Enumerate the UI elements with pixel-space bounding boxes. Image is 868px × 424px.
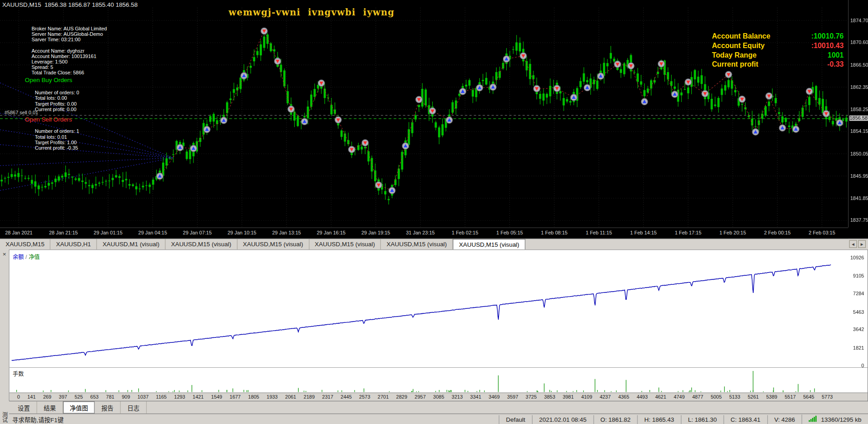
time-axis-label: 1 Feb 08:15: [541, 230, 568, 236]
trade-number-label: 1037: [138, 394, 148, 401]
account-info-line: Leverage: 1:500: [32, 59, 97, 64]
time-axis-label: 29 Jan 01:15: [94, 230, 122, 236]
legend-separator: /: [24, 254, 29, 260]
tester-tab[interactable]: 日志: [121, 401, 147, 414]
trade-number-label: 3853: [544, 394, 555, 401]
account-summary-row: Today Range1001: [712, 50, 843, 60]
trade-number-label: 3341: [470, 394, 481, 401]
price-axis-label: 1845.95: [850, 173, 868, 179]
account-info-block: Account Name: dyghszrAccount Number: 100…: [32, 48, 97, 76]
trade-number-label: 3085: [433, 394, 444, 401]
tester-tab-bar: 设置结果净值图报告日志: [9, 401, 868, 414]
account-summary-row: Account Balance:10010.76: [712, 31, 843, 41]
open-sell-orders-title: Open Sell Orders: [25, 116, 72, 123]
time-axis-label: 2 Feb 00:15: [764, 230, 791, 236]
trade-number-label: 3725: [526, 394, 537, 401]
trade-number-label: 1677: [230, 394, 241, 401]
tester-side-strip: × 测试: [0, 249, 9, 424]
chart-tab[interactable]: XAUUSD,M15 (visual): [166, 239, 237, 249]
time-axis-label: 31 Jan 23:15: [406, 230, 434, 236]
status-segment: O: 1861.82: [593, 415, 637, 424]
chart-tabs: XAUUSD,M15XAUUSD,H1XAUUSD,M1 (visual)XAU…: [0, 239, 525, 249]
trade-number-label: 2189: [304, 394, 315, 401]
trade-number-label: 5517: [784, 394, 795, 401]
open-buy-orders-block: Number of orders: 0Total lots: 0.00Targe…: [35, 90, 79, 112]
status-segment: 2021.02.01 08:45: [532, 415, 593, 424]
tester-tab[interactable]: 报告: [95, 401, 121, 414]
trade-number-label: 5133: [729, 394, 740, 401]
time-axis-label: 1 Feb 14:15: [630, 230, 657, 236]
trade-number-label: 4621: [655, 394, 666, 401]
close-icon[interactable]: ×: [3, 251, 6, 258]
price-axis-label: 1862.35: [850, 84, 868, 90]
status-segments: Default2021.02.01 08:45O: 1861.82H: 1865…: [499, 415, 802, 424]
trade-number-label: 4109: [581, 394, 592, 401]
status-segment: V: 4286: [767, 415, 802, 424]
balance-curve: [12, 265, 831, 361]
chart-tab[interactable]: XAUUSD,M15 (visual): [381, 239, 453, 249]
trade-number-label: 4365: [618, 394, 629, 401]
trade-number-label: 1293: [174, 394, 185, 401]
tester-tab-active[interactable]: 净值图: [63, 401, 95, 414]
open-sell-line: Current profit: -0.35: [35, 145, 79, 151]
time-axis-label: 28 Jan 21:15: [49, 230, 78, 236]
tester-tab[interactable]: 结果: [37, 401, 63, 414]
account-info-line: Account Number: 100139161: [32, 54, 97, 59]
equity-y-label: 7284: [853, 291, 864, 297]
trade-number-label: 781: [106, 394, 114, 401]
account-info-line: Account Name: dyghszr: [32, 48, 97, 54]
broker-info-line: Server Name: AUSGlobal-Demo: [32, 31, 107, 37]
trade-number-label: 0: [17, 394, 20, 401]
trade-number-label: 2445: [340, 394, 351, 401]
chart-tab-active[interactable]: XAUUSD,M15 (visual): [453, 239, 526, 249]
time-axis-label: 29 Jan 04:15: [138, 230, 167, 236]
trade-number-label: 909: [122, 394, 130, 401]
trade-number-label: 1933: [266, 394, 277, 401]
price-axis-label: 1850.05: [850, 151, 868, 156]
price-axis: 1856.58 1874.701870.601866.501862.351858…: [848, 0, 868, 228]
equity-y-label: 1821: [853, 345, 864, 350]
open-sell-line: Number of orders: 1: [35, 129, 79, 134]
price-axis-label: 1841.85: [850, 195, 868, 201]
account-summary-row: Current profit-0.33: [712, 59, 843, 69]
tab-scroll-right-button[interactable]: ►: [858, 240, 866, 248]
open-sell-line: Total lots: 0.01: [35, 134, 79, 140]
trade-number-label: 1549: [211, 394, 222, 401]
trade-number-label: 1805: [248, 394, 259, 401]
chart-ohlc-header: XAUUSD,M15 1856.38 1856.87 1855.40 1856.…: [2, 1, 138, 8]
price-axis-label: 1854.15: [850, 129, 868, 134]
equity-chart[interactable]: 余额/净值 10926910572845463364218210: [10, 250, 868, 367]
trade-number-label: 525: [74, 394, 83, 401]
trade-number-label: 4493: [636, 394, 647, 401]
trade-number-label: 397: [59, 394, 67, 401]
time-axis: 28 Jan 202128 Jan 21:1529 Jan 01:1529 Ja…: [0, 228, 848, 239]
chart-tab[interactable]: XAUUSD,M15 (visual): [309, 239, 381, 249]
chart-tab-bar: XAUUSD,M15XAUUSD,H1XAUUSD,M1 (visual)XAU…: [0, 239, 868, 249]
chart-tab[interactable]: XAUUSD,M15 (visual): [237, 239, 309, 249]
trade-number-label: 2701: [378, 394, 389, 401]
time-axis-label: 1 Feb 05:15: [496, 230, 523, 236]
chart-tab[interactable]: XAUUSD,H1: [50, 239, 97, 249]
status-segment: L: 1861.30: [681, 415, 724, 424]
trade-number-label: 3597: [507, 394, 518, 401]
trade-number-label: 3469: [488, 394, 499, 401]
price-axis-label: 1870.60: [850, 40, 868, 45]
time-axis-label: 29 Jan 13:15: [272, 230, 301, 236]
tab-scroll-left-button[interactable]: ◄: [849, 240, 857, 248]
tester-tab[interactable]: 设置: [11, 401, 37, 414]
legend-balance-label: 余额: [13, 254, 24, 260]
lots-label: 手数: [13, 369, 24, 377]
trade-number-label: 1165: [156, 394, 167, 401]
status-segment: H: 1865.43: [637, 415, 681, 424]
candlestick-chart-panel[interactable]: XAUUSD,M15 1856.38 1856.87 1855.40 1856.…: [0, 0, 868, 239]
trade-number-label: 4749: [674, 394, 685, 401]
account-summary-row: Account Equity:10010.43: [712, 41, 843, 50]
tester-results-panel: 余额/净值 10926910572845463364218210 手数 0141…: [9, 249, 868, 401]
equity-y-label: 9105: [853, 273, 864, 278]
chart-tab[interactable]: XAUUSD,M15: [0, 239, 50, 249]
trade-number-label: 2317: [322, 394, 333, 401]
chart-tab[interactable]: XAUUSD,M1 (visual): [97, 239, 166, 249]
time-axis-label: 2 Feb 03:15: [809, 230, 835, 236]
open-buy-line: Target Profits: 0.00: [35, 101, 79, 107]
price-axis-label: 1837.75: [850, 218, 868, 223]
